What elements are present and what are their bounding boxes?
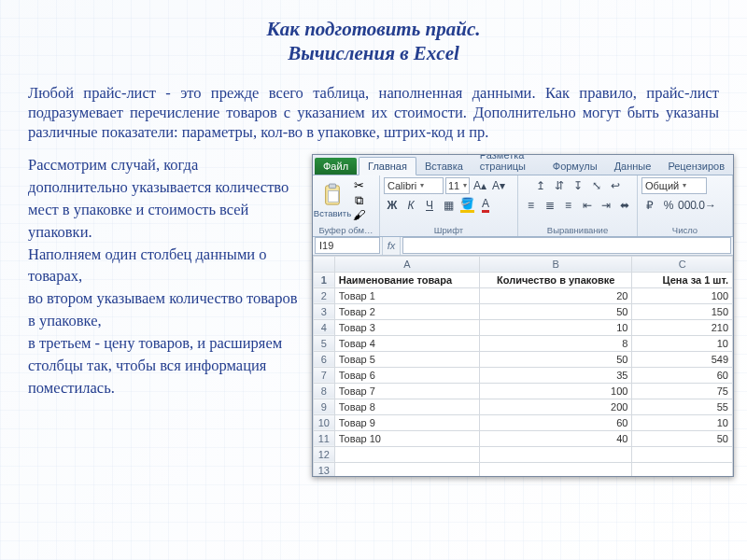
cell[interactable]: Товар 5: [334, 351, 479, 367]
select-all-corner[interactable]: [314, 256, 335, 272]
col-header-C[interactable]: C: [632, 256, 733, 272]
comma-button[interactable]: 000: [679, 197, 696, 214]
row-header[interactable]: 12: [314, 446, 335, 462]
align-bottom-button[interactable]: ↧: [570, 177, 586, 194]
font-name-combo[interactable]: Calibri▾: [384, 177, 444, 194]
intro-paragraph: Любой прайс-лист - это прежде всего табл…: [0, 74, 747, 150]
cell[interactable]: 50: [479, 303, 631, 319]
cell[interactable]: 549: [632, 351, 733, 367]
cut-button[interactable]: ✂: [351, 179, 366, 192]
cell[interactable]: 40: [479, 430, 631, 446]
shrink-font-button[interactable]: A▾: [490, 177, 507, 194]
cell[interactable]: 20: [479, 287, 631, 303]
grow-font-button[interactable]: A▴: [472, 177, 488, 194]
cell[interactable]: 50: [479, 351, 631, 367]
format-painter-button[interactable]: 🖌: [351, 209, 366, 222]
paste-button[interactable]: Вставить: [317, 183, 348, 218]
cell[interactable]: Товар 4: [334, 335, 479, 351]
row-header[interactable]: 7: [314, 367, 335, 383]
cell[interactable]: 50: [632, 430, 733, 446]
cell[interactable]: 60: [632, 367, 733, 383]
cell[interactable]: 75: [632, 383, 733, 399]
cell[interactable]: Количество в упаковке: [479, 272, 631, 287]
svg-rect-1: [329, 184, 335, 189]
cell[interactable]: 100: [632, 287, 733, 303]
row-header[interactable]: 6: [314, 351, 335, 367]
cell[interactable]: Товар 1: [334, 287, 479, 303]
row-header[interactable]: 11: [314, 430, 335, 446]
cell[interactable]: Товар 9: [334, 414, 479, 430]
cell[interactable]: Товар 3: [334, 319, 479, 335]
row-header[interactable]: 1: [314, 272, 335, 287]
row-header[interactable]: 10: [314, 414, 335, 430]
tab-5[interactable]: Рецензиров: [659, 158, 733, 175]
name-box[interactable]: I19: [315, 237, 380, 254]
cell[interactable]: 10: [479, 319, 631, 335]
fx-icon[interactable]: fx: [382, 237, 401, 255]
tab-file[interactable]: Файл: [315, 158, 357, 175]
align-top-button[interactable]: ↥: [532, 177, 549, 194]
percent-button[interactable]: %: [660, 197, 677, 214]
tab-3[interactable]: Формулы: [544, 158, 606, 175]
number-format-combo[interactable]: Общий▾: [641, 177, 707, 194]
row-header[interactable]: 3: [314, 303, 335, 319]
cell[interactable]: 60: [479, 414, 631, 430]
increase-indent-button[interactable]: ⇥: [598, 197, 614, 214]
align-left-button[interactable]: ≡: [523, 197, 540, 214]
cell[interactable]: Цена за 1 шт.: [632, 272, 733, 287]
cell[interactable]: 150: [632, 303, 733, 319]
cell[interactable]: 10: [632, 335, 733, 351]
cell[interactable]: 35: [479, 367, 631, 383]
align-middle-button[interactable]: ⇵: [551, 177, 568, 194]
row-header[interactable]: 2: [314, 287, 335, 303]
copy-button[interactable]: ⧉: [351, 194, 366, 207]
orientation-button[interactable]: ⤡: [588, 177, 605, 194]
col-header-A[interactable]: A: [334, 256, 479, 272]
tab-1[interactable]: Вставка: [416, 158, 472, 175]
merge-button[interactable]: ⬌: [616, 197, 633, 214]
tab-0[interactable]: Главная: [359, 157, 416, 175]
cell[interactable]: [334, 462, 479, 476]
cell[interactable]: Товар 10: [334, 430, 479, 446]
align-center-button[interactable]: ≣: [542, 197, 558, 214]
cell[interactable]: Товар 7: [334, 383, 479, 399]
formula-input[interactable]: [402, 237, 731, 254]
row-header[interactable]: 8: [314, 383, 335, 399]
cell[interactable]: [479, 462, 631, 476]
cell[interactable]: 100: [479, 383, 631, 399]
cell[interactable]: [334, 446, 479, 462]
cell[interactable]: 210: [632, 319, 733, 335]
cell[interactable]: [632, 462, 733, 476]
cell[interactable]: [632, 446, 733, 462]
row-header[interactable]: 13: [314, 462, 335, 476]
cell[interactable]: [479, 446, 631, 462]
row-header[interactable]: 4: [314, 319, 335, 335]
italic-button[interactable]: К: [402, 197, 419, 214]
borders-button[interactable]: ▦: [440, 197, 457, 214]
cell[interactable]: 200: [479, 399, 631, 414]
row-header[interactable]: 9: [314, 399, 335, 414]
cell[interactable]: Товар 2: [334, 303, 479, 319]
clipboard-icon: [322, 183, 343, 207]
font-color-button[interactable]: A: [477, 197, 494, 214]
decrease-indent-button[interactable]: ⇤: [579, 197, 596, 214]
align-right-button[interactable]: ≡: [560, 197, 577, 214]
tab-2[interactable]: Разметка страницы: [472, 154, 544, 175]
bold-button[interactable]: Ж: [384, 197, 401, 214]
currency-button[interactable]: ₽: [641, 197, 658, 214]
cell[interactable]: Наименование товара: [334, 272, 479, 287]
cell[interactable]: 8: [479, 335, 631, 351]
col-header-B[interactable]: B: [479, 256, 631, 272]
underline-button[interactable]: Ч: [421, 197, 438, 214]
row-header[interactable]: 5: [314, 335, 335, 351]
font-size-combo[interactable]: 11▾: [445, 177, 470, 194]
cell[interactable]: Товар 8: [334, 399, 479, 414]
cell[interactable]: Товар 6: [334, 367, 479, 383]
cell[interactable]: 10: [632, 414, 733, 430]
cell[interactable]: 55: [632, 399, 733, 414]
fill-color-button[interactable]: 🪣: [458, 197, 475, 214]
wrap-text-button[interactable]: ↩: [607, 177, 624, 194]
increase-decimal-button[interactable]: .0→: [698, 197, 714, 214]
tab-4[interactable]: Данные: [606, 158, 660, 175]
worksheet-grid[interactable]: A B C 1Наименование товараКоличество в у…: [313, 256, 733, 476]
